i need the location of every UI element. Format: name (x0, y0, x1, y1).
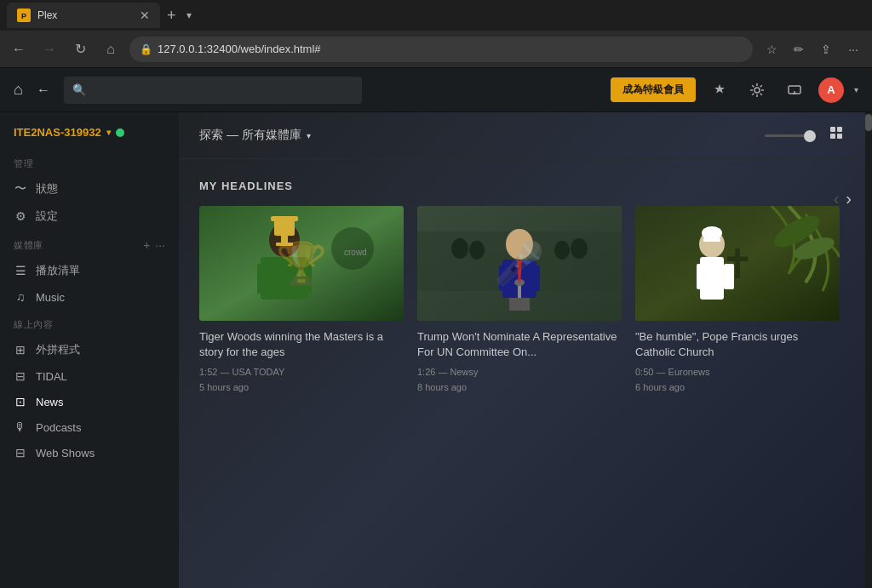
news-card-0[interactable]: crowd Tiger Woods winning the Masters is… (199, 206, 404, 396)
avatar-chevron-icon[interactable]: ▾ (854, 85, 858, 94)
share-button[interactable]: ⇪ (814, 37, 838, 61)
alerts-button[interactable] (706, 77, 733, 104)
server-chevron-icon: ▾ (106, 128, 111, 137)
webshows-icon: ⊟ (14, 446, 27, 460)
search-input[interactable] (91, 83, 353, 96)
card-duration-0: 1:52 (199, 367, 217, 377)
menu-button[interactable]: ··· (841, 37, 865, 61)
annotate-button[interactable]: ✏ (787, 37, 811, 61)
tab-title: Plex (37, 9, 133, 21)
svg-point-21 (506, 229, 533, 260)
plex-search-bar[interactable]: 🔍 (64, 77, 362, 104)
next-arrow-button[interactable]: › (846, 189, 852, 208)
explore-label: 探索 — 所有媒體庫 (199, 128, 301, 143)
browser-chrome: P Plex ✕ + ▾ ← → ↻ ⌂ 🔒 ☆ ✏ ⇪ ··· (0, 0, 872, 68)
header-actions: 成為特級會員 A ▾ (611, 77, 858, 104)
svg-text:crowd: crowd (344, 248, 367, 257)
premium-button[interactable]: 成為特級會員 (611, 77, 696, 102)
close-tab-button[interactable]: ✕ (140, 9, 150, 22)
sidebar-item-webshows[interactable]: ⊟ Web Shows (0, 440, 179, 465)
explore-section-title[interactable]: 探索 — 所有媒體庫 ▾ (199, 128, 311, 143)
browser-tab-plex[interactable]: P Plex ✕ (7, 3, 160, 28)
slider-thumb (804, 130, 816, 142)
svg-rect-5 (837, 127, 842, 132)
card-time-0: 5 hours ago (199, 382, 249, 392)
user-avatar[interactable]: A (818, 77, 844, 103)
svg-rect-16 (276, 243, 293, 246)
news-card-1[interactable]: Trump Won't Nominate A Representative Fo… (417, 206, 622, 396)
sidebar-item-settings[interactable]: ⚙ 設定 (0, 203, 179, 230)
svg-rect-4 (830, 127, 835, 132)
grid-view-button[interactable] (829, 126, 845, 145)
svg-marker-28 (517, 260, 522, 283)
scrollbar[interactable] (865, 112, 872, 588)
card-title-1: Trump Won't Nominate A Representative Fo… (417, 329, 622, 360)
forward-button[interactable]: → (37, 37, 61, 61)
card-thumb-0: crowd (199, 206, 404, 321)
card-thumb-1 (417, 206, 622, 321)
address-bar[interactable]: 🔒 (129, 37, 753, 62)
online-section-label: 線上內容 (0, 310, 179, 336)
add-library-button[interactable]: + (143, 238, 150, 252)
sidebar-item-playlist[interactable]: ☰ 播放清單 (0, 257, 179, 284)
wave-icon: 〜 (14, 181, 27, 197)
card-source-0: USA TODAY (232, 367, 285, 377)
library-actions: + ··· (143, 238, 165, 252)
card-dash-2: — (656, 367, 668, 377)
manage-section-label: 管理 (0, 149, 179, 175)
card-source-1: Newsy (450, 367, 479, 377)
news-card-2[interactable]: "Be humble", Pope Francis urges Catholic… (635, 206, 840, 396)
sidebar-status-label: 狀態 (36, 181, 58, 197)
sidebar-item-external[interactable]: ⊞ 外拼程式 (0, 336, 179, 363)
grid-icon: ⊞ (14, 343, 27, 357)
slider-track (765, 134, 816, 137)
svg-rect-38 (703, 238, 720, 242)
sidebar: ITE2NAS-319932 ▾ 管理 〜 狀態 ⚙ 設定 媒體庫 + ··· (0, 112, 179, 588)
svg-rect-7 (837, 134, 842, 139)
podcast-icon: 🎙 (14, 420, 27, 434)
url-input[interactable] (158, 43, 743, 55)
sidebar-webshows-label: Web Shows (36, 447, 95, 460)
svg-point-32 (469, 241, 485, 260)
card-meta-2: 0:50 — Euronews 6 hours ago (635, 365, 840, 395)
sidebar-item-tidal[interactable]: ⊟ TIDAL (0, 363, 179, 389)
tab-favicon: P (17, 9, 31, 22)
card-thumb-2 (635, 206, 840, 321)
sidebar-music-label: Music (36, 291, 65, 304)
card-meta-0: 1:52 — USA TODAY 5 hours ago (199, 365, 404, 395)
tab-bar: P Plex ✕ + ▾ (0, 0, 872, 31)
card-title-2: "Be humble", Pope Francis urges Catholic… (635, 329, 840, 360)
headlines-section: MY HEADLINES (179, 159, 865, 416)
svg-point-29 (451, 238, 468, 259)
tools-button[interactable] (743, 77, 771, 104)
svg-rect-20 (417, 231, 622, 291)
new-tab-button[interactable]: + (160, 7, 183, 25)
home-button[interactable]: ⌂ (99, 37, 123, 61)
gear-icon: ⚙ (14, 209, 27, 223)
svg-point-27 (514, 279, 525, 286)
plex-home-button[interactable]: ⌂ (14, 81, 23, 99)
svg-rect-6 (830, 134, 835, 139)
music-icon: ♫ (14, 290, 27, 304)
server-name[interactable]: ITE2NAS-319932 ▾ (0, 126, 179, 149)
svg-rect-40 (697, 264, 707, 289)
sidebar-item-music[interactable]: ♫ Music (0, 284, 179, 310)
bookmark-button[interactable]: ☆ (760, 37, 783, 61)
cast-button[interactable] (781, 77, 808, 104)
plex-back-button[interactable]: ← (37, 83, 50, 98)
lock-icon: 🔒 (140, 43, 152, 55)
sidebar-item-podcasts[interactable]: 🎙 Podcasts (0, 414, 179, 440)
sidebar-item-news[interactable]: ⊡ News (0, 389, 179, 414)
cards-grid: crowd Tiger Woods winning the Masters is… (199, 206, 845, 396)
back-button[interactable]: ← (7, 37, 31, 61)
svg-rect-12 (296, 264, 312, 294)
svg-rect-14 (271, 216, 298, 221)
sidebar-item-status[interactable]: 〜 狀態 (0, 175, 179, 203)
tab-arrows[interactable]: ▾ (183, 9, 195, 21)
library-more-button[interactable]: ··· (155, 238, 165, 252)
size-slider[interactable] (765, 134, 816, 137)
svg-rect-23 (499, 265, 511, 291)
reload-button[interactable]: ↻ (68, 37, 92, 61)
card-dash-1: — (438, 367, 450, 377)
playlist-icon: ☰ (14, 264, 27, 277)
